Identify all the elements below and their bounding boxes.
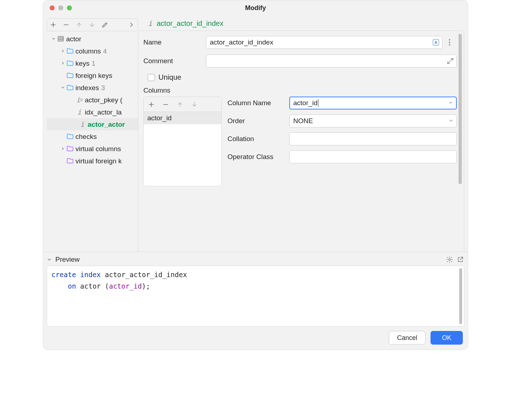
preview-section: Preview create index actor_actor_id_inde… <box>43 252 468 327</box>
folder-icon <box>66 59 74 67</box>
remove-icon[interactable] <box>162 101 170 108</box>
preview-header: Preview <box>47 253 464 266</box>
column-name-label: Column Name <box>227 99 285 107</box>
folder-icon <box>66 47 74 55</box>
chevron-down-icon[interactable] <box>60 85 66 90</box>
chevron-down-icon[interactable] <box>47 256 52 264</box>
order-combo[interactable]: NONE <box>289 115 457 127</box>
up-icon[interactable] <box>176 101 184 108</box>
tree-node-columns[interactable]: columns 4 <box>47 45 138 57</box>
tree-label: actor_actor <box>88 118 125 130</box>
tree-count: 3 <box>101 82 105 94</box>
name-input-value: actor_actor_id_index <box>210 38 273 46</box>
chevron-right-icon[interactable] <box>60 146 66 151</box>
cancel-button[interactable]: Cancel <box>389 331 425 345</box>
condition-row-partial: C diti <box>143 246 456 252</box>
tree-node-index[interactable]: iU actor_pkey ( <box>47 94 138 106</box>
titlebar: Modify <box>43 0 468 15</box>
form-pane: i actor_actor_id_index Name actor_actor_… <box>138 18 464 252</box>
tree-toolbar <box>47 18 138 31</box>
regex-icon[interactable]: A <box>432 38 440 46</box>
unique-label: Unique <box>158 73 181 81</box>
name-input[interactable]: actor_actor_id_index A <box>206 36 442 49</box>
svg-rect-0 <box>58 37 64 41</box>
object-name: actor_actor_id_index <box>157 19 224 28</box>
preview-scrollbar[interactable] <box>459 268 462 324</box>
chevron-down-icon[interactable] <box>50 37 57 41</box>
collation-input[interactable] <box>289 132 457 145</box>
columns-list: actor_id <box>143 97 222 186</box>
chevron-right-icon[interactable] <box>60 61 66 65</box>
tree-node-index-selected[interactable]: i actor_actor <box>47 118 138 130</box>
ok-button[interactable]: OK <box>431 331 463 345</box>
columns-label: Columns <box>143 87 457 94</box>
object-tree[interactable]: actor columns 4 keys 1 foreign <box>47 33 138 167</box>
sql-identifier: actor <box>80 282 101 290</box>
tree-count: 1 <box>92 57 96 69</box>
collation-label: Collation <box>227 135 285 143</box>
add-icon[interactable] <box>49 21 57 28</box>
modify-dialog: Modify actor <box>43 0 468 350</box>
tree-node-keys[interactable]: keys 1 <box>47 57 138 69</box>
dialog-footer: Cancel OK <box>43 327 468 350</box>
tree-label: actor_pkey ( <box>85 94 123 106</box>
table-icon <box>57 35 65 43</box>
index-icon: i <box>78 118 86 130</box>
up-icon[interactable] <box>75 21 83 28</box>
expand-icon[interactable] <box>446 57 454 65</box>
preview-label: Preview <box>55 256 80 263</box>
window-title: Modify <box>43 4 468 12</box>
folder-icon <box>66 132 74 140</box>
remove-icon[interactable] <box>62 21 70 28</box>
order-value: NONE <box>293 117 313 125</box>
comment-label: Comment <box>143 57 206 65</box>
column-item[interactable]: actor_id <box>144 112 221 124</box>
gear-icon[interactable] <box>446 256 454 263</box>
columns-items[interactable]: actor_id <box>144 112 221 186</box>
folder-icon <box>66 157 74 165</box>
down-icon[interactable] <box>190 101 198 108</box>
form-grid: Name actor_actor_id_index A Comment <box>143 36 457 81</box>
chevron-down-icon[interactable] <box>448 99 453 107</box>
tree-node-foreign-keys[interactable]: foreign keys <box>47 69 138 81</box>
svg-text:A: A <box>434 41 437 45</box>
tree-node-index[interactable]: i idx_actor_la <box>47 106 138 118</box>
tree-node-indexes[interactable]: indexes 3 <box>47 81 138 94</box>
tree-label: indexes <box>75 82 99 94</box>
svg-point-3 <box>449 259 451 261</box>
preview-sql[interactable]: create index actor_actor_id_index on act… <box>47 266 464 327</box>
tree-node-table[interactable]: actor <box>47 33 138 45</box>
sql-keyword: create <box>51 271 76 279</box>
tree-label: columns <box>75 45 101 57</box>
form-scrollbar[interactable] <box>459 34 462 249</box>
tree-node-checks[interactable]: checks <box>47 130 138 143</box>
column-name-combo[interactable]: actor_id <box>289 97 457 109</box>
columns-section: Columns actor_id <box>143 87 457 186</box>
edit-icon[interactable] <box>101 21 109 28</box>
pop-out-icon[interactable] <box>456 256 464 263</box>
sql-identifier: actor_actor_id_index <box>105 271 187 279</box>
folder-icon <box>66 145 74 153</box>
unique-row[interactable]: Unique <box>143 73 457 81</box>
chevron-right-icon[interactable] <box>128 21 135 28</box>
form-body: Name actor_actor_id_index A Comment <box>138 31 464 252</box>
unique-checkbox[interactable] <box>148 74 155 81</box>
chevron-right-icon[interactable] <box>60 49 66 53</box>
tree-node-virtual-columns[interactable]: virtual columns <box>47 143 138 155</box>
form-header: i actor_actor_id_index <box>138 18 464 31</box>
column-properties: Column Name actor_id Order NONE <box>227 97 457 186</box>
down-icon[interactable] <box>88 21 96 28</box>
sql-keyword: index <box>80 271 101 279</box>
sql-column: actor_id <box>109 282 142 290</box>
tree-label: actor <box>66 33 81 45</box>
name-label: Name <box>143 38 206 46</box>
opclass-input[interactable] <box>289 150 457 163</box>
more-options-icon[interactable] <box>442 36 457 49</box>
folder-icon <box>66 71 74 79</box>
tree-node-virtual-fk[interactable]: virtual foreign k <box>47 155 138 167</box>
add-icon[interactable] <box>147 101 155 108</box>
index-icon: iU <box>75 94 83 106</box>
chevron-down-icon[interactable] <box>448 117 454 125</box>
tree-count: 4 <box>103 45 107 57</box>
comment-input[interactable] <box>206 55 457 67</box>
